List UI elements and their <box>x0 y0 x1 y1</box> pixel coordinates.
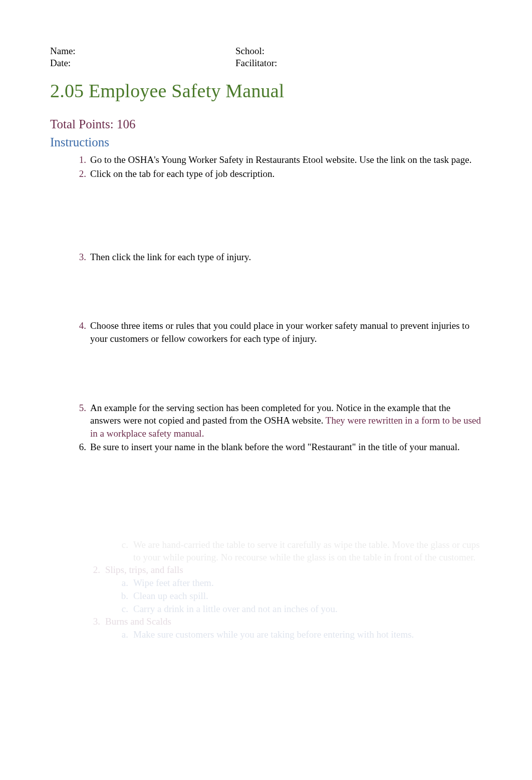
facilitator-label: Facilitator: <box>235 57 482 69</box>
header-left-column: Name: Date: <box>50 45 235 69</box>
faded-text: Carry a drink in a little over and not a… <box>133 604 338 614</box>
list-number: 4. <box>64 319 86 332</box>
instruction-item-6: 6. Be sure to insert your name in the bl… <box>76 441 482 454</box>
document-title: 2.05 Employee Safety Manual <box>50 78 482 104</box>
faded-item-2b: b. Clean up each spill. <box>76 590 482 603</box>
list-text: Click on the tab for each type of job de… <box>90 168 275 179</box>
instructions-heading: Instructions <box>50 134 482 151</box>
faded-text: Make sure customers while you are taking… <box>133 629 414 640</box>
list-text: Be sure to insert your name in the blank… <box>90 442 460 452</box>
header-right-column: School: Facilitator: <box>235 45 482 69</box>
instruction-item-3: 3. Then click the link for each type of … <box>76 251 482 264</box>
instruction-item-5: 5. An example for the serving section ha… <box>76 402 482 440</box>
total-points: Total Points: 106 <box>50 116 482 133</box>
list-text: Go to the OSHA's Young Worker Safety in … <box>90 154 471 165</box>
faded-text: Clean up each spill. <box>133 591 208 601</box>
faded-item-3: 3. Burns and Scalds <box>76 616 482 628</box>
list-number: 1. <box>64 153 86 166</box>
faded-example-section: c. We are hand-carried the table to serv… <box>50 539 482 641</box>
faded-item-2a: a. Wipe feet after them. <box>76 577 482 590</box>
school-label: School: <box>235 45 482 57</box>
faded-marker: b. <box>113 590 128 603</box>
faded-item-2: 2. Slips, trips, and falls <box>76 564 482 576</box>
faded-item-1c: c. We are hand-carried the table to serv… <box>76 539 482 563</box>
name-label: Name: <box>50 45 235 57</box>
list-number: 3. <box>64 251 86 264</box>
list-text: Choose three items or rules that you cou… <box>90 320 469 344</box>
faded-marker: c. <box>113 603 128 616</box>
faded-marker: 2. <box>85 564 100 576</box>
faded-text: Slips, trips, and falls <box>105 564 183 575</box>
list-number: 2. <box>64 167 86 180</box>
instruction-item-4: 4. Choose three items or rules that you … <box>76 319 482 345</box>
faded-marker: a. <box>113 629 128 641</box>
instructions-list: 1. Go to the OSHA's Young Worker Safety … <box>50 153 482 454</box>
instruction-item-2: 2. Click on the tab for each type of job… <box>76 167 482 180</box>
faded-text: We are hand-carried the table to serve i… <box>133 539 480 562</box>
faded-text: Wipe feet after them. <box>133 577 214 588</box>
faded-marker: c. <box>113 539 128 551</box>
list-number: 5. <box>64 402 86 415</box>
faded-item-2c: c. Carry a drink in a little over and no… <box>76 603 482 616</box>
faded-marker: a. <box>113 577 128 590</box>
instruction-item-1: 1. Go to the OSHA's Young Worker Safety … <box>76 153 482 166</box>
header-fields: Name: Date: School: Facilitator: <box>50 45 482 69</box>
faded-marker: 3. <box>85 616 100 628</box>
list-text: Then click the link for each type of inj… <box>90 252 251 262</box>
faded-text: Burns and Scalds <box>105 616 171 627</box>
list-number: 6. <box>64 441 86 454</box>
date-label: Date: <box>50 57 235 69</box>
faded-item-3a: a. Make sure customers while you are tak… <box>76 629 482 641</box>
